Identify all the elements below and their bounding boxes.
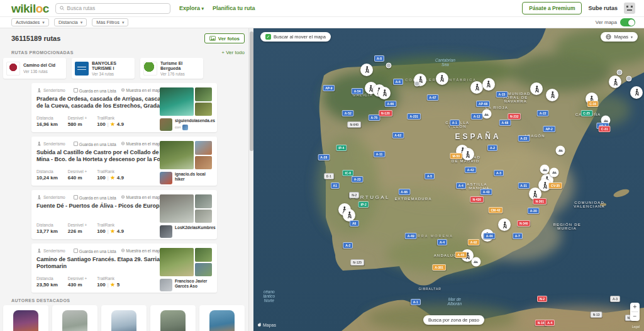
- author-avatar[interactable]: [160, 279, 172, 291]
- author-name[interactable]: siguiendolasenda.es: [175, 118, 215, 123]
- poi-marker[interactable]: [414, 81, 420, 87]
- author-name[interactable]: LosK2delasKumbres: [175, 225, 216, 230]
- mountain-trail-marker[interactable]: [540, 165, 550, 174]
- poi-marker[interactable]: [386, 63, 391, 69]
- trail-photo[interactable]: [160, 194, 194, 223]
- legal-link[interactable]: Legal: [632, 325, 640, 328]
- show-on-map[interactable]: Muestra en el mapa: [121, 88, 162, 93]
- trail-photos[interactable]: [160, 248, 212, 276]
- promo-subtitle: Ver 34 rutas: [92, 72, 131, 76]
- upload-routes-link[interactable]: Sube rutas: [588, 5, 618, 11]
- save-to-list[interactable]: Guarda en una Lista: [74, 249, 116, 254]
- featured-author-card[interactable]: luis.itxina: [3, 305, 48, 331]
- trail-title[interactable]: Pradera de Ordesa, cascada de Arripas, c…: [36, 96, 167, 110]
- trail-card[interactable]: Senderismo Guarda en una Lista Muestra e…: [31, 137, 217, 186]
- save-to-list[interactable]: Guarda en una Lista: [74, 88, 116, 93]
- hiker-trail-marker[interactable]: [498, 218, 511, 231]
- ver-fotos-button[interactable]: Ver fotos: [204, 33, 245, 43]
- hiker-trail-marker[interactable]: [470, 81, 483, 94]
- trail-card[interactable]: Senderismo Guarda en una Lista Muestra e…: [31, 83, 217, 132]
- trail-photo[interactable]: [160, 248, 194, 276]
- map-canvas[interactable]: Cantabrian SeaCORDILLERA CANTÁBRICAGALIC…: [253, 28, 644, 331]
- trail-photo[interactable]: [195, 263, 212, 277]
- trail-card[interactable]: Senderismo Guarda en una Lista Muestra e…: [31, 244, 217, 293]
- author-name[interactable]: ignacio.ds local hiker: [175, 172, 212, 182]
- hiker-trail-marker[interactable]: [462, 148, 474, 160]
- promo-card-bergueda[interactable]: Turisme El BerguedàVer 176 rutas: [140, 58, 203, 79]
- hiker-trail-marker[interactable]: [609, 76, 621, 88]
- trail-card[interactable]: Senderismo Guarda en una Lista Muestra e…: [31, 190, 217, 239]
- mountain-trail-marker[interactable]: [550, 167, 559, 177]
- trail-photos[interactable]: [160, 87, 212, 116]
- trail-photo[interactable]: [195, 141, 212, 155]
- sidebar-scrollbar[interactable]: [248, 28, 253, 331]
- trail-photo[interactable]: [195, 248, 212, 262]
- hiker-trail-marker[interactable]: [546, 89, 558, 101]
- mountain-trail-marker[interactable]: [482, 109, 491, 119]
- nav-explora[interactable]: Explora ▾: [179, 5, 204, 11]
- hiker-trail-marker[interactable]: [378, 87, 391, 99]
- attribution-label: Mapas: [263, 323, 276, 327]
- filter-bar: Actividades▾ Distancia▾ Más Filtros▾ Ver…: [0, 17, 644, 28]
- trail-title[interactable]: Subida al Castillo de Castro por el Coll…: [36, 149, 167, 164]
- trail-photo[interactable]: [195, 156, 212, 170]
- search-by-zone-button[interactable]: Busca por zona de paso: [423, 315, 484, 325]
- author-avatar[interactable]: [160, 225, 172, 238]
- show-on-map[interactable]: Muestra en el mapa: [121, 142, 162, 146]
- save-to-list[interactable]: Guarda en una Lista: [74, 142, 116, 147]
- trail-photo[interactable]: [195, 103, 212, 116]
- authors-heading: AUTORES DESTACADOS: [11, 298, 70, 303]
- promo-card-banyoles[interactable]: BANYOLES TURISME I ESPORTVer 34 rutas: [72, 58, 135, 79]
- trail-photo[interactable]: [195, 194, 212, 208]
- filter-distancia[interactable]: Distancia▾: [54, 18, 87, 26]
- elevation-value: 430 m: [68, 282, 87, 288]
- promo-card-camino-del-cid[interactable]: Camino del CidVer 136 rutas: [3, 58, 66, 79]
- eye-icon: [121, 249, 125, 252]
- author-name[interactable]: Francisco Javier Garcés Aso: [175, 279, 212, 289]
- filter-mas-filtros[interactable]: Más Filtros▾: [92, 18, 128, 26]
- poi-marker[interactable]: [626, 76, 631, 81]
- mountain-trail-marker[interactable]: [471, 257, 480, 266]
- ver-todo-link[interactable]: + Ver todo: [221, 50, 245, 55]
- ver-mapa-toggle[interactable]: [620, 18, 635, 26]
- road-shield: A-23: [518, 135, 530, 142]
- companion-avatar[interactable]: [182, 125, 188, 130]
- zoom-out-button[interactable]: −: [630, 312, 640, 321]
- featured-author-card[interactable]: Bienve Delgado: [101, 305, 147, 331]
- premium-button[interactable]: Pásate a Premium: [522, 2, 582, 14]
- filter-actividades[interactable]: Actividades▾: [11, 18, 49, 26]
- trail-photo[interactable]: [160, 141, 194, 169]
- hiker-trail-marker[interactable]: [436, 72, 448, 85]
- zoom-in-button[interactable]: +: [630, 303, 640, 311]
- trail-photos[interactable]: [160, 141, 212, 169]
- hiker-trail-marker[interactable]: [482, 78, 495, 91]
- nav-planifica[interactable]: Planifica tu ruta: [213, 5, 255, 11]
- author-avatar[interactable]: [160, 172, 172, 184]
- map-layers-button[interactable]: Mapas ▾: [601, 32, 638, 42]
- search-input[interactable]: [67, 5, 166, 11]
- wikiloc-logo[interactable]: wikiloc: [11, 3, 49, 14]
- show-on-map[interactable]: Muestra en el mapa: [121, 195, 162, 199]
- trail-title[interactable]: Fuente Dé - Puertos de Áliva - Picos de …: [36, 203, 167, 210]
- author-avatar[interactable]: [160, 118, 172, 131]
- save-to-list[interactable]: Guarda en una Lista: [74, 195, 116, 200]
- poi-marker[interactable]: [616, 70, 622, 76]
- hiker-trail-marker[interactable]: [530, 82, 543, 95]
- featured-author-card[interactable]: Noruega7319: [150, 305, 196, 331]
- user-avatar[interactable]: [624, 3, 635, 14]
- show-on-map[interactable]: Muestra en el mapa: [121, 249, 162, 253]
- featured-author-card[interactable]: antonemo: [52, 305, 97, 331]
- trail-title[interactable]: Camino de Santiago Francés. Etapa 29. Sa…: [36, 256, 167, 271]
- trail-photos[interactable]: [160, 194, 212, 223]
- trail-photo[interactable]: [160, 87, 194, 116]
- trail-photo[interactable]: [195, 87, 212, 101]
- trail-photo[interactable]: [195, 210, 212, 223]
- hiker-trail-marker[interactable]: [360, 64, 373, 76]
- mountain-trail-marker[interactable]: [556, 145, 565, 155]
- search-box[interactable]: [55, 3, 170, 14]
- zoom-control[interactable]: + −: [630, 303, 640, 321]
- featured-author-card[interactable]: ignacio.ds local h...: [199, 305, 245, 331]
- search-on-move-toggle[interactable]: ✓ Buscar al mover el mapa: [260, 32, 331, 42]
- stat-label: TrailRank: [97, 223, 123, 227]
- hiker-trail-marker[interactable]: [630, 86, 643, 99]
